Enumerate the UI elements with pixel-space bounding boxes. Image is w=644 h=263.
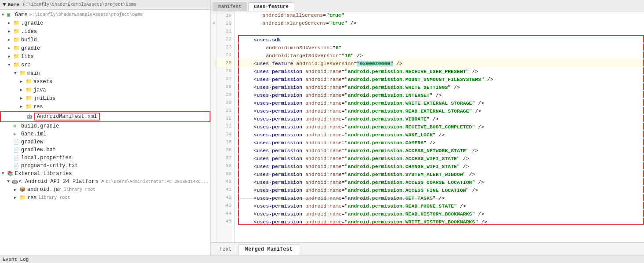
code-line-39: <uses-permission android:name="android.p…: [238, 170, 644, 178]
line-number-30: 30: [217, 99, 234, 106]
line-number-20: 20: [217, 19, 234, 27]
event-log-bar: Event Log: [0, 256, 644, 263]
gutter-25: [211, 59, 217, 67]
line-number-41: 41: [217, 186, 234, 194]
code-line-38: <uses-permission android:name="android.p…: [238, 162, 644, 170]
project-icon: ▼: [3, 1, 6, 8]
gutter-30: [211, 99, 217, 106]
code-line-26: <uses-permission android:name="android.p…: [238, 67, 644, 75]
code-line-21: [238, 27, 644, 35]
gutter-27: [211, 75, 217, 83]
code-line-23: android:minSdkVersion="8": [238, 43, 644, 51]
code-line-19: android:smallScreens="true": [238, 11, 644, 19]
tree-item-android-jar[interactable]: ▶📦android.jarlibrary root: [0, 186, 210, 194]
tree-item-android-api[interactable]: ▼🤖< Android API 24 Platform >C:\Users\Ad…: [0, 178, 210, 186]
tree-item-build-gradle[interactable]: ⚙build.gradle: [0, 122, 210, 130]
tabs-container: manifestuses-feature: [213, 2, 295, 11]
right-panel: manifestuses-feature ≡ 19202122232425262…: [211, 0, 644, 256]
left-panel: ▼ Game F:\icanfly\ShaderExampleAssets\pr…: [0, 0, 211, 256]
gutter-21: [211, 27, 217, 35]
tree-item-main[interactable]: ▼📁main: [0, 69, 210, 77]
line-numbers: 1920212223242526272829303132333435363738…: [217, 11, 235, 242]
tree-item-res-lib[interactable]: ▶📁reslibrary root: [0, 194, 210, 202]
tree-item-game-root[interactable]: ▼▣GameF:\icanfly\ShaderExampleAssets\pro…: [0, 11, 210, 19]
tree-item-gradlew-bat[interactable]: 📄gradlew.bat: [0, 146, 210, 154]
line-number-24: 24: [217, 51, 234, 59]
code-line-41: <uses-permission android:name="android.p…: [238, 186, 644, 194]
event-log-label: Event Log: [3, 257, 29, 262]
code-lines: android:smallScreens="true" android:xlar…: [235, 11, 644, 242]
tree-item-gradle2[interactable]: ▶📁gradle: [0, 44, 210, 52]
tree-item-external-libs[interactable]: ▼📚External Libraries: [0, 170, 210, 178]
tree-item-gradlew[interactable]: 📄gradlew: [0, 138, 210, 146]
line-number-28: 28: [217, 83, 234, 91]
gutter-39: [211, 170, 217, 178]
gutter-37: [211, 154, 217, 162]
code-line-36: <uses-permission android:name="android.p…: [238, 146, 644, 154]
code-line-29: <uses-permission android:name="android.p…: [238, 91, 644, 99]
right-panel-wrapper: manifestuses-feature ≡ 19202122232425262…: [211, 0, 644, 256]
tree-item-assets[interactable]: ▶📁assets: [0, 77, 210, 86]
code-area[interactable]: ≡ 19202122232425262728293031323334353637…: [211, 11, 644, 242]
code-line-40: <uses-permission android:name="android.p…: [238, 178, 644, 186]
code-line-20: android:xlargeScreens="true" />: [238, 19, 644, 27]
tree-item-jniLibs[interactable]: ▶📁jniLibs: [0, 94, 210, 102]
line-number-35: 35: [217, 138, 234, 146]
line-number-33: 33: [217, 122, 234, 130]
bottom-tabs: TextMerged Manifest: [211, 242, 644, 256]
gutter-28: [211, 83, 217, 91]
line-number-25: 25: [217, 59, 234, 67]
gutter-44: [211, 209, 217, 217]
line-number-42: 42: [217, 194, 234, 201]
code-line-22: <uses-sdk: [238, 35, 644, 43]
line-number-36: 36: [217, 146, 234, 154]
line-number-26: 26: [217, 67, 234, 75]
tree-item-src[interactable]: ▼📁src: [0, 61, 210, 69]
gutter-41: [211, 186, 217, 194]
tree-container: ▼▣GameF:\icanfly\ShaderExampleAssets\pro…: [0, 10, 210, 256]
tree-item-androidmanifest[interactable]: 🤖AndroidManifest.xml: [0, 111, 210, 122]
gutter-33: [211, 122, 217, 130]
code-line-35: <uses-permission android:name="android.p…: [238, 138, 644, 146]
main-container: ▼ Game F:\icanfly\ShaderExampleAssets\pr…: [0, 0, 644, 256]
project-path: F:\icanfly\ShaderExampleAssets\project\G…: [23, 2, 136, 7]
gutter-19: [211, 11, 217, 19]
gutter-36: [211, 146, 217, 154]
line-number-23: 23: [217, 43, 234, 51]
gutter-20: ≡: [211, 19, 217, 27]
line-number-44: 44: [217, 209, 234, 217]
code-line-42: <uses-permission android:name="android.p…: [238, 194, 644, 201]
tree-item-game-iml[interactable]: ◈Game.iml: [0, 130, 210, 138]
bottom-tab-merged-manifest-tab[interactable]: Merged Manifest: [239, 244, 299, 255]
line-number-43: 43: [217, 201, 234, 209]
tree-item-idea[interactable]: ▶📁.idea: [0, 27, 210, 36]
tree-item-gradle[interactable]: ▶📁.gradle: [0, 19, 210, 27]
line-number-45: 45: [217, 217, 234, 225]
tree-item-local-properties[interactable]: 📄local.properties: [0, 154, 210, 162]
gutter-31: [211, 106, 217, 114]
gutter-35: [211, 138, 217, 146]
tree-item-java[interactable]: ▶📁java: [0, 86, 210, 94]
code-line-43: <uses-permission android:name="android.p…: [238, 201, 644, 209]
code-line-31: <uses-permission android:name="android.p…: [238, 106, 644, 114]
code-line-33: <uses-permission android:name="android.p…: [238, 122, 644, 130]
code-line-25: <uses-feature android:glEsVersion="0x000…: [238, 59, 644, 67]
gutter-cell: ≡: [211, 11, 217, 242]
tree-item-build[interactable]: ▶📁build: [0, 36, 210, 44]
tree-item-libs[interactable]: ▶📁libs: [0, 52, 210, 61]
tab-uses-feature-tab[interactable]: uses-feature: [248, 2, 294, 11]
gutter-42: [211, 194, 217, 201]
project-title: Game: [8, 2, 19, 7]
gutter-23: [211, 43, 217, 51]
gutter-22: [211, 35, 217, 43]
tab-manifest-tab[interactable]: manifest: [213, 2, 247, 11]
line-number-40: 40: [217, 178, 234, 186]
code-line-44: <uses-permission android:name="android.p…: [238, 209, 644, 217]
bottom-tabs-container: TextMerged Manifest: [213, 244, 299, 255]
bottom-tab-text-tab[interactable]: Text: [213, 244, 239, 255]
line-number-29: 29: [217, 91, 234, 99]
tree-item-res[interactable]: ▶📁res: [0, 102, 210, 111]
code-line-30: <uses-permission android:name="android.p…: [238, 99, 644, 106]
tree-item-proguard[interactable]: 📄proguard-unity.txt: [0, 162, 210, 170]
code-line-28: <uses-permission android:name="android.p…: [238, 83, 644, 91]
